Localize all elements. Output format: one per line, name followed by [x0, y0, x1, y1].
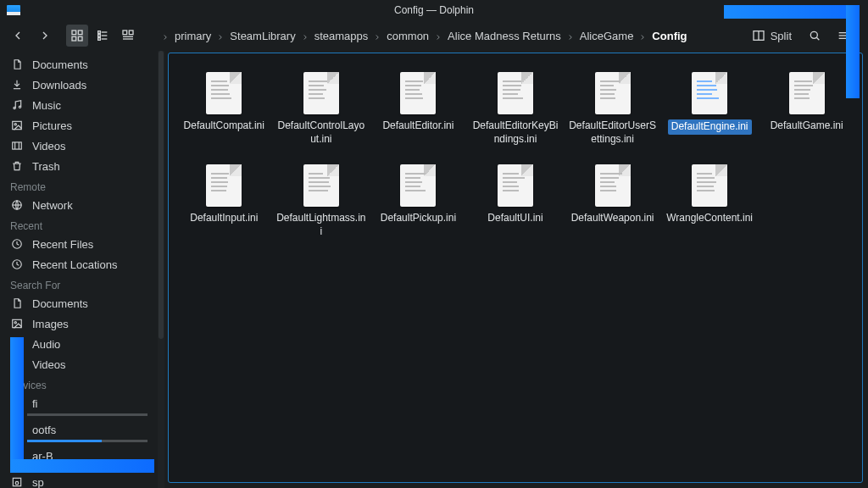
breadcrumb-segment[interactable]: Alice Madness Returns — [446, 28, 563, 44]
image-icon — [10, 317, 24, 330]
back-button[interactable] — [7, 25, 29, 47]
sidebar-item[interactable]: Videos — [0, 136, 158, 156]
file-name: DefaultWeapon.ini — [571, 212, 654, 225]
device-usage-bar — [27, 466, 147, 469]
sidebar-item[interactable]: Documents — [0, 293, 158, 313]
sidebar-scrollbar[interactable] — [158, 51, 164, 488]
titlebar: Config — Dolphin — ◇ ✕ — [0, 0, 868, 20]
file-item[interactable]: DefaultControlLayout.ini — [275, 69, 369, 149]
sidebar-item-label: Images — [32, 318, 69, 330]
file-name: DefaultPickup.ini — [381, 212, 456, 225]
device-usage-bar — [27, 440, 147, 442]
svg-point-34 — [14, 346, 15, 347]
icons-view-button[interactable] — [66, 25, 88, 47]
close-button[interactable]: ✕ — [849, 3, 860, 17]
file-item[interactable]: DefaultLightmass.ini — [275, 161, 369, 241]
sidebar-item[interactable]: Recent Files — [0, 234, 158, 254]
svg-point-35 — [19, 345, 20, 347]
sidebar-item[interactable]: Downloads — [0, 75, 158, 95]
svg-rect-8 — [98, 38, 101, 41]
file-item[interactable]: DefaultEditorUserSettings.ini — [565, 69, 659, 149]
svg-rect-24 — [13, 121, 22, 129]
document-icon — [10, 58, 24, 71]
chevron-right-icon — [216, 31, 225, 40]
split-view-button[interactable]: Split — [747, 25, 797, 46]
sidebar-item-label: sp — [32, 476, 44, 489]
svg-point-22 — [14, 107, 15, 108]
file-name: DefaultLightmass.ini — [276, 212, 367, 238]
svg-rect-36 — [13, 361, 22, 368]
file-item[interactable]: DefaultInput.ini — [177, 161, 271, 241]
sidebar-item-label: Pictures — [32, 119, 72, 132]
svg-point-42 — [15, 429, 19, 432]
file-thumb — [595, 72, 631, 114]
svg-rect-1 — [78, 30, 82, 35]
file-name: DefaultGame.ini — [771, 119, 843, 133]
file-name: DefaultInput.ini — [190, 212, 258, 225]
chevron-right-icon — [301, 31, 309, 40]
file-item[interactable]: DefaultWeapon.ini — [565, 161, 659, 241]
sidebar-item[interactable]: sp — [0, 472, 158, 488]
details-view-button[interactable] — [117, 25, 139, 47]
file-area[interactable]: DefaultCompat.iniDefaultControlLayout.in… — [168, 53, 863, 483]
file-item[interactable]: DefaultEditorKeyBindings.ini — [469, 69, 563, 149]
sidebar-item[interactable]: Documents — [0, 54, 158, 75]
breadcrumb-segment[interactable]: common — [385, 28, 431, 44]
sidebar-item-label: ar-B — [32, 450, 53, 463]
sidebar-item[interactable]: fi — [0, 393, 158, 413]
breadcrumb-segment[interactable]: primary — [173, 28, 213, 44]
minimize-button[interactable]: — — [811, 3, 823, 17]
svg-rect-4 — [98, 31, 101, 34]
file-thumb — [498, 72, 533, 114]
file-item[interactable]: DefaultEngine.ini — [663, 69, 757, 149]
sidebar-item-label: Videos — [32, 358, 66, 371]
sidebar-item-label: Documents — [32, 58, 88, 71]
sidebar-item[interactable]: Images — [0, 313, 158, 334]
file-thumb — [303, 72, 339, 114]
sidebar-section-label: Remote — [0, 176, 158, 195]
file-item[interactable]: DefaultPickup.ini — [371, 161, 465, 241]
menu-button[interactable] — [832, 25, 854, 47]
compact-view-button[interactable] — [92, 25, 114, 47]
breadcrumb-segment[interactable]: Config — [650, 28, 688, 44]
file-item[interactable]: DefaultGame.ini — [760, 69, 854, 149]
svg-point-40 — [15, 402, 19, 406]
svg-rect-2 — [72, 36, 76, 41]
file-thumb — [206, 72, 242, 114]
forward-button[interactable] — [34, 25, 56, 47]
sidebar-item[interactable]: Network — [0, 195, 158, 215]
sidebar-section-label: Devices — [0, 374, 158, 393]
breadcrumb-segment[interactable]: SteamLibrary — [228, 28, 297, 44]
breadcrumb-segment[interactable]: steamapps — [313, 28, 370, 44]
file-thumb — [692, 72, 727, 114]
sidebar-item[interactable]: Music — [0, 95, 158, 115]
sidebar-item-label: Music — [32, 99, 61, 112]
sidebar-item-label: Trash — [32, 160, 60, 173]
svg-rect-6 — [98, 35, 101, 37]
svg-point-46 — [15, 481, 19, 485]
file-item[interactable]: DefaultUI.ini — [469, 161, 563, 241]
svg-rect-32 — [13, 319, 22, 327]
sidebar-section-label: Recent — [0, 215, 158, 234]
svg-point-33 — [14, 322, 16, 324]
sidebar-item[interactable]: ootfs — [0, 419, 158, 440]
chevron-right-icon — [566, 31, 575, 40]
file-item[interactable]: WrangleContent.ini — [663, 161, 757, 241]
disk-icon — [10, 449, 24, 463]
sidebar-item[interactable]: Videos — [0, 354, 158, 374]
file-name: DefaultCompat.ini — [184, 119, 264, 133]
sidebar-item[interactable]: Recent Locations — [0, 254, 158, 274]
breadcrumb-segment[interactable]: AliceGame — [578, 28, 636, 44]
sidebar-item[interactable]: Audio — [0, 334, 158, 354]
sidebar-item[interactable]: Pictures — [0, 115, 158, 136]
sidebar-item-label: Documents — [32, 297, 88, 310]
maximize-button[interactable]: ◇ — [832, 3, 841, 17]
file-name: DefaultEngine.ini — [668, 119, 752, 135]
app-icon — [7, 5, 20, 15]
file-item[interactable]: DefaultCompat.ini — [177, 69, 271, 149]
sidebar-item[interactable]: Trash — [0, 156, 158, 176]
search-button[interactable] — [804, 25, 826, 47]
file-item[interactable]: DefaultEditor.ini — [371, 69, 465, 149]
sidebar-item[interactable]: ar-B — [0, 446, 158, 466]
sidebar-item-label: Recent Files — [32, 238, 93, 251]
